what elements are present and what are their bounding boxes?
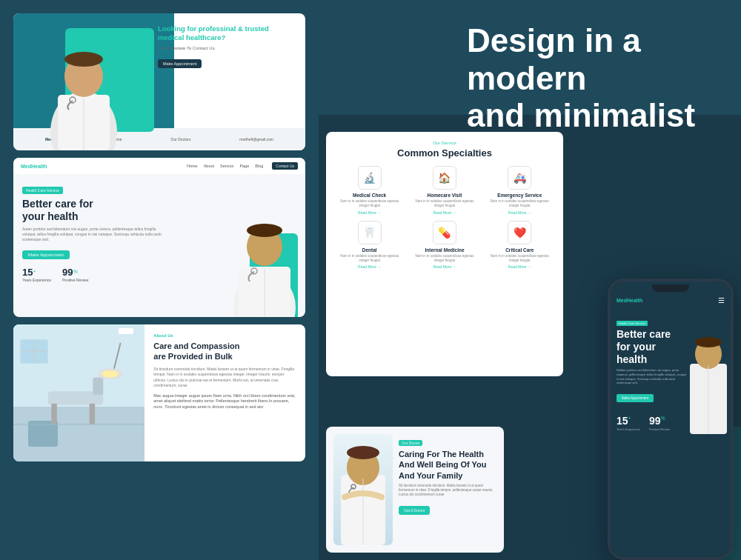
spec-title-critical: Critical Care [505, 247, 534, 253]
about-image [13, 324, 144, 461]
phone-desc: Nullam porttitor sed bibendum nisi augue… [617, 368, 687, 384]
spec-label: Our Service [335, 141, 554, 145]
phone-screen: MedHealth ☰ Health Care Service Better c… [611, 281, 731, 557]
bc-logo: MedHealth [21, 164, 47, 169]
phone-notch [652, 284, 689, 292]
phone-appointment-button[interactable]: Make Appoinment [617, 394, 654, 402]
spec-desc-medical: Nam in in sodales suspendisse egestas in… [335, 199, 404, 208]
about-content: About Us Care and Compassion are Provide… [144, 324, 305, 461]
about-desc1: Sit tincidunt commodo tincidunt. Mattis … [153, 367, 296, 389]
hero-content: Looking for professinal & trusted medica… [158, 24, 298, 68]
doctor-tag: Our Doctor [399, 440, 422, 446]
left-panel: Looking for professinal & trusted medica… [0, 0, 319, 560]
spec-icon-emergency: 🚑 [508, 166, 531, 190]
phone-nav: MedHealth ☰ [611, 292, 731, 308]
hero-tagline: Looking for professinal & trusted medica… [158, 24, 298, 43]
bc-description: Auten porttitor sed bibendum nisi augue,… [22, 227, 165, 242]
spec-title: Common Specialties [335, 147, 554, 159]
bc-nav-service[interactable]: Service [220, 164, 233, 168]
doctor-content: Our Doctor Caring For The Health And Wel… [399, 434, 496, 545]
spec-icon-homecare: 🏠 [433, 166, 456, 190]
specialties-card: Our Service Common Specialties 🔬 Medical… [326, 132, 563, 376]
phone-title: Better care for your health [617, 328, 687, 365]
phone-mockup: MedHealth ☰ Health Care Service Better c… [608, 279, 734, 560]
bc-nav-page[interactable]: Page [239, 164, 249, 168]
doctor-image [333, 434, 393, 545]
bc-badge: Health Care Service [22, 187, 63, 194]
spec-desc-dental: Nam in in sodales suspendisse egestas in… [335, 254, 404, 263]
spec-desc-critical: Nam in in sodales suspendisse egestas in… [485, 254, 554, 263]
doctor-button[interactable]: Get A Doctor [399, 506, 430, 515]
doctor-desc: Sit tincidunt commodo tincidunt. Mattis … [399, 484, 496, 498]
room-visual [13, 324, 144, 461]
spec-icon-critical: ❤️ [508, 221, 531, 244]
about-label: About Us [153, 333, 296, 338]
phone-badge: Health Care Service [617, 321, 648, 326]
bc-nav-blog[interactable]: Blog [255, 164, 263, 168]
svg-point-3 [64, 52, 103, 67]
spec-grid: 🔬 Medical Check Nam in in sodales suspen… [335, 166, 554, 269]
spec-read-homecare[interactable]: Read More → [433, 210, 456, 215]
spec-title-homecare: Homecare Visit [428, 193, 462, 198]
spec-icon-internal: 💊 [433, 221, 456, 244]
spec-item-homecare: 🏠 Homecare Visit Nam in in sodales suspe… [410, 166, 479, 215]
about-title: Care and Compassion are Provided in Bulk [153, 341, 296, 362]
better-care-nav: MedHealth Home About Service Page Blog C… [13, 158, 305, 174]
bc-nav-home[interactable]: Home [187, 164, 198, 168]
hero-subtext: Don't Hesitate To Contact Us [158, 46, 298, 50]
spec-desc-emergency: Nam in in sodales suspendisse egestas in… [485, 199, 554, 208]
spec-read-emergency[interactable]: Read More → [508, 210, 531, 215]
svg-rect-18 [90, 404, 95, 424]
spec-read-medical[interactable]: Read More → [358, 210, 381, 215]
footer-contact: medhelt@gmail.com [239, 137, 273, 141]
bc-title: Better care for your health [22, 198, 174, 223]
bc-appointment-button[interactable]: Make Appoinment [22, 250, 70, 259]
phone-menu-icon[interactable]: ☰ [718, 296, 725, 304]
phone-logo: MedHealth [617, 298, 642, 303]
hero-card: Looking for professinal & trusted medica… [13, 13, 305, 150]
spec-title-emergency: Emergency Service [497, 193, 542, 198]
spec-read-critical[interactable]: Read More → [508, 264, 531, 269]
phone-stat-review: 99% Positive Review [649, 414, 670, 431]
footer-nav-doctors: Our Doctors [171, 137, 191, 141]
phone-stat-experience: 15+ Year's Experience [617, 414, 640, 431]
doctor-title: Caring For The Health And Well Being Of … [399, 449, 496, 481]
bc-stat-experience: 15+ Years Experience [22, 267, 51, 282]
spec-item-internal: 💊 Internal Medicine Nam in in sodales su… [410, 221, 479, 270]
spec-item-emergency: 🚑 Emergency Service Nam in in sodales su… [485, 166, 554, 215]
spec-title-internal: Internal Medicine [425, 247, 464, 253]
about-more: Mec augue.Integer augue ipsum.Nam urna. … [153, 393, 296, 410]
better-care-card: MedHealth Home About Service Page Blog C… [13, 158, 305, 317]
svg-point-30 [695, 337, 722, 347]
spec-icon-dental: 🦷 [358, 221, 382, 244]
spec-desc-homecare: Nam in in sodales suspendisse egestas in… [410, 199, 479, 208]
bc-nav: Home About Service Page Blog [187, 164, 263, 168]
svg-line-19 [113, 343, 120, 370]
svg-point-21 [102, 370, 118, 377]
svg-rect-17 [51, 404, 56, 424]
bc-nav-about[interactable]: About [204, 164, 214, 168]
better-care-body: Health Care Service Better care for your… [13, 174, 305, 317]
svg-point-9 [247, 224, 282, 237]
about-card: About Us Care and Compassion are Provide… [13, 324, 305, 461]
bc-stat-review: 99% Positive Review [62, 267, 88, 282]
spec-item-critical: ❤️ Critical Care Nam in in sodales suspe… [485, 221, 554, 270]
spec-desc-internal: Nam in in sodales suspendisse egestas in… [410, 254, 479, 263]
spec-title-medical: Medical Check [353, 193, 386, 198]
spec-title-dental: Dental [362, 247, 377, 253]
spec-read-internal[interactable]: Read More → [433, 264, 456, 269]
right-panel: Design in a modern and minimalist style … [319, 0, 741, 560]
spec-icon-medical: 🔬 [358, 166, 382, 190]
svg-rect-16 [93, 378, 103, 395]
spec-item-medical-check: 🔬 Medical Check Nam in in sodales suspen… [335, 166, 404, 215]
bc-contact-button[interactable]: Contact Us [272, 162, 298, 170]
svg-point-25 [347, 446, 379, 459]
hero-appointment-button[interactable]: Make Appointment [158, 59, 202, 68]
spec-read-dental[interactable]: Read More → [358, 264, 381, 269]
spec-item-dental: 🦷 Dental Nam in in sodales suspendisse e… [335, 221, 404, 270]
doctor-card: Our Doctor Caring For The Health And Wel… [326, 427, 504, 553]
